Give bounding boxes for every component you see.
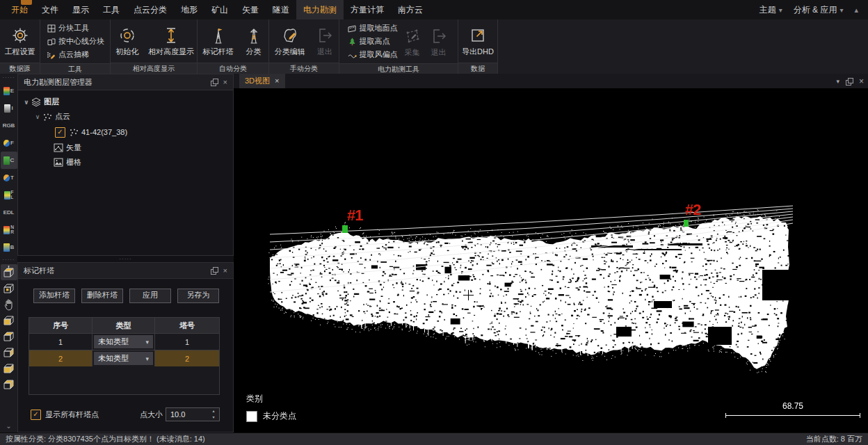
menu-terrain[interactable]: 地形 xyxy=(174,0,204,19)
close-panel-icon[interactable]: × xyxy=(223,266,227,275)
tower-table: 序号 类型 塔号 1 未知类型▾ 1 2 未知类型▾ 2 xyxy=(29,317,220,395)
menu-file[interactable]: 文件 xyxy=(35,0,65,19)
tab-3d-view[interactable]: 3D视图 × xyxy=(239,74,285,88)
save-as-button[interactable]: 另存为 xyxy=(177,289,219,303)
render-classification-icon[interactable]: C xyxy=(1,152,17,169)
tower-marker-1[interactable] xyxy=(342,225,348,233)
render-band-icon[interactable]: B xyxy=(1,238,17,256)
centerline-block-button[interactable]: 按中心线分块 xyxy=(46,35,104,48)
mark-tower-button[interactable]: 标记杆塔 xyxy=(200,20,236,62)
table-row[interactable]: 1 未知类型▾ 1 xyxy=(29,333,219,350)
ribbon-group-manual-classify: 分类编辑 退出 手动分类 xyxy=(269,19,339,74)
collapse-ribbon-icon[interactable]: ▴ xyxy=(854,6,858,15)
view-perspective-tool[interactable] xyxy=(1,280,17,296)
pan-tool[interactable] xyxy=(1,296,17,312)
show-all-towers-checkbox[interactable]: ✓ xyxy=(31,410,41,420)
tower-type-dropdown[interactable]: 未知类型▾ xyxy=(94,352,153,365)
add-tower-button[interactable]: 添加杆塔 xyxy=(33,289,75,303)
relative-height-display-button[interactable]: 相对高度显示 xyxy=(148,20,194,62)
initialize-button[interactable]: 初始化 xyxy=(113,20,141,62)
render-normal-icon[interactable]: NR xyxy=(1,221,17,238)
view-front-tool[interactable] xyxy=(1,312,17,328)
toolbar-drag-handle[interactable]: ····· xyxy=(2,75,15,81)
grid-icon xyxy=(46,24,56,33)
point-cloud-canvas[interactable] xyxy=(234,88,868,432)
group-label-manual-classify: 手动分类 xyxy=(269,63,339,74)
theme-menu[interactable]: 主题▾ xyxy=(760,4,782,16)
tree-node-raster[interactable]: 栅格 xyxy=(18,155,233,170)
layer-panel-titlebar[interactable]: 电力勘测图层管理器 × xyxy=(18,74,233,90)
group-label-auto-classify: 自动分类 xyxy=(198,63,268,74)
render-rgb-icon[interactable]: RGB xyxy=(1,117,17,134)
menu-southern-cloud[interactable]: 南方云 xyxy=(391,0,430,19)
tower-panel-titlebar[interactable]: 标记杆塔 × xyxy=(18,263,233,279)
splitter-handle[interactable]: ····· xyxy=(119,257,131,262)
view-right-tool[interactable] xyxy=(1,360,17,376)
view-left-tool[interactable] xyxy=(1,344,17,360)
table-row-selected[interactable]: 2 未知类型▾ 2 xyxy=(29,350,219,366)
menu-tunnel[interactable]: 隧道 xyxy=(266,0,296,19)
menu-mining[interactable]: 矿山 xyxy=(204,0,235,19)
menu-pointcloud-classify[interactable]: 点云分类 xyxy=(127,0,174,19)
classify-button[interactable]: 分类 xyxy=(241,20,266,62)
tower-panel-footer: ✓ 显示所有杆塔点 点大小 ▴ ▾ xyxy=(18,405,234,423)
layer-manager-panel: 电力勘测图层管理器 × ∨ 图层 ∨ 点云 ✓ 41-42(37_38) xyxy=(17,74,234,256)
tab-list-caret-icon[interactable]: ▾ xyxy=(836,78,839,85)
menu-volume-calc[interactable]: 方量计算 xyxy=(344,0,391,19)
render-edl-icon[interactable]: EDL xyxy=(1,204,17,221)
expand-chevron-icon[interactable]: ∨ xyxy=(22,99,31,106)
extract-wind-offset-button[interactable]: 提取风偏点 xyxy=(347,48,398,61)
menu-vector[interactable]: 矢量 xyxy=(235,0,266,19)
menu-tools[interactable]: 工具 xyxy=(96,0,127,19)
close-panel-icon[interactable]: × xyxy=(223,78,227,86)
panel-splitter[interactable]: ····· xyxy=(17,256,234,262)
mark-tower-panel: 标记杆塔 × 添加杆塔 删除杆塔 应用 另存为 序号 类型 塔号 1 未知类型▾… xyxy=(17,262,234,432)
float-panel-icon[interactable] xyxy=(211,267,218,274)
classify-edit-button[interactable]: 分类编辑 xyxy=(272,20,308,62)
tree-node-layers[interactable]: ∨ 图层 xyxy=(18,95,233,109)
toolbar-drag-handle[interactable]: ····· xyxy=(2,257,15,263)
render-blend-icon[interactable]: F xyxy=(1,134,17,152)
view-top-tool[interactable] xyxy=(1,328,17,344)
render-intensity-icon[interactable]: I xyxy=(1,99,17,117)
toolbar-overflow-chevron-icon[interactable]: ⌄ xyxy=(6,422,11,430)
tree-node-pointcloud-item[interactable]: ✓ 41-42(37_38) xyxy=(18,124,233,140)
point-size-input[interactable] xyxy=(166,408,212,421)
menu-power-survey[interactable]: 电力勘测 xyxy=(296,0,344,19)
tree-node-pointcloud[interactable]: ∨ 点云 xyxy=(18,109,233,124)
render-elevation-icon[interactable]: E xyxy=(1,82,17,99)
point-size-stepper[interactable]: ▴ ▾ xyxy=(166,407,220,421)
export-dhd-button[interactable]: 导出DHD xyxy=(461,20,495,62)
layer-visibility-checkbox[interactable]: ✓ xyxy=(55,127,65,138)
delete-tower-button[interactable]: 删除杆塔 xyxy=(81,289,123,303)
expand-chevron-icon[interactable]: ∨ xyxy=(33,113,42,120)
ribbon-group-data: 导出DHD 数据 xyxy=(458,19,498,74)
tower-marker-2[interactable] xyxy=(684,220,689,227)
close-tab-icon[interactable]: × xyxy=(275,74,279,88)
spin-up-icon[interactable]: ▴ xyxy=(209,408,218,414)
extract-ground-points-button[interactable]: 提取地面点 xyxy=(347,22,398,35)
render-time-icon[interactable]: T xyxy=(1,169,17,186)
tower-icon xyxy=(245,25,263,46)
close-view-icon[interactable]: × xyxy=(859,76,864,86)
ribbon-group-tools: 分块工具 按中心线分块 点云抽稀 工具 xyxy=(40,19,111,74)
menu-display[interactable]: 显示 xyxy=(65,0,96,19)
app-logo[interactable] xyxy=(21,0,32,5)
float-panel-icon[interactable] xyxy=(211,79,218,86)
apply-button[interactable]: 应用 xyxy=(129,289,171,303)
restore-view-icon[interactable] xyxy=(846,78,853,85)
project-settings-button[interactable]: 工程设置 xyxy=(5,20,35,62)
view-pin-tool[interactable] xyxy=(1,264,17,280)
extract-high-points-button[interactable]: 提取高点 xyxy=(347,35,398,48)
3d-viewport[interactable]: #1 #2 类别 未分类点 68.75 xyxy=(234,88,868,432)
ribbon-group-power-tools: 提取地面点 提取高点 提取风偏点 采集 xyxy=(339,19,458,74)
tower-type-dropdown[interactable]: 未知类型▾ xyxy=(94,335,153,348)
menubar-right: 主题▾ 分析 & 应用▾ ▴ xyxy=(760,0,868,19)
tree-node-vector[interactable]: 矢量 xyxy=(18,140,233,155)
block-tool-button[interactable]: 分块工具 xyxy=(46,22,104,35)
render-flightline-icon[interactable]: FL xyxy=(1,186,17,204)
spin-down-icon[interactable]: ▾ xyxy=(209,414,218,421)
analysis-app-menu[interactable]: 分析 & 应用▾ xyxy=(794,4,844,16)
view-bottom-tool[interactable] xyxy=(1,376,17,392)
point-thinning-button[interactable]: 点云抽稀 xyxy=(46,48,104,61)
